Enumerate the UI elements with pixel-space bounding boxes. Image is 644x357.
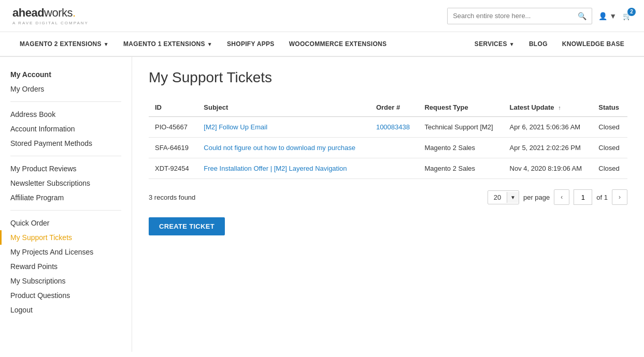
per-page-select: 20 ▼ — [488, 190, 519, 204]
sidebar-divider — [10, 101, 121, 102]
sidebar-item-my-product-reviews[interactable]: My Product Reviews — [0, 161, 132, 176]
logo-brand: aheadworks. — [12, 6, 76, 19]
sidebar-item-address-book[interactable]: Address Book — [0, 107, 132, 122]
chevron-down-icon: ▼ — [207, 41, 212, 47]
user-icon: 👤 — [598, 12, 607, 20]
cart-badge: 2 — [627, 8, 636, 16]
ticket-order-num: 100083438 — [370, 117, 419, 138]
ticket-subject-link[interactable]: [M2] Follow Up Email — [204, 123, 267, 131]
logo-sub: A RAVE DIGITAL COMPANY — [12, 21, 89, 25]
nav-magento2-extensions[interactable]: MAGENTO 2 EXTENSIONS ▼ — [12, 32, 116, 56]
sidebar-item-logout[interactable]: Logout — [0, 303, 132, 317]
page-title: My Support Tickets — [149, 69, 627, 86]
col-order-num: Order # — [370, 98, 419, 117]
ticket-id: PIO-45667 — [149, 117, 197, 138]
create-ticket-button[interactable]: Create Ticket — [149, 217, 225, 235]
sidebar-item-affiliate-program[interactable]: Affiliate Program — [0, 190, 132, 205]
main-content: My Support Tickets ID Subject Order # Re… — [132, 57, 644, 352]
content-wrapper: My AccountMy OrdersAddress BookAccount I… — [0, 57, 644, 352]
logo-text: aheadworks. — [12, 6, 89, 20]
ticket-status: Closed — [592, 158, 627, 179]
prev-page-button[interactable]: ‹ — [554, 189, 569, 205]
sidebar-item-product-questions[interactable]: Product Questions — [0, 288, 132, 303]
nav-right: SERVICES ▼ BLOG KNOWLEDGE BASE — [467, 32, 632, 56]
per-page-value: 20 — [488, 191, 507, 204]
sidebar-item-my-subscriptions[interactable]: My Subscriptions — [0, 274, 132, 288]
col-request-type: Request Type — [418, 98, 503, 117]
sidebar-item-quick-order[interactable]: Quick Order — [0, 216, 132, 230]
sidebar-item-account-information[interactable]: Account Information — [0, 122, 132, 136]
sidebar-divider — [10, 156, 121, 156]
ticket-status: Closed — [592, 117, 627, 138]
sidebar-item-my-projects-licenses[interactable]: My Projects And Licenses — [0, 245, 132, 259]
ticket-subject: [M2] Follow Up Email — [197, 117, 370, 138]
col-subject: Subject — [197, 98, 370, 117]
sidebar-divider — [10, 210, 121, 211]
nav-knowledge-base[interactable]: KNOWLEDGE BASE — [555, 32, 632, 56]
col-status: Status — [592, 98, 627, 117]
nav-services[interactable]: SERVICES ▼ — [467, 32, 522, 56]
ticket-latest-update: Nov 4, 2020 8:19:06 AM — [504, 158, 593, 179]
ticket-subject: Could not figure out how to download my … — [197, 138, 370, 158]
ticket-subject: Free Installation Offer | [M2] Layered N… — [197, 158, 370, 179]
user-account-icon[interactable]: 👤 ▼ — [598, 12, 617, 20]
ticket-latest-update: Apr 5, 2021 2:02:26 PM — [504, 138, 593, 158]
nav-shopify-apps[interactable]: SHOPIFY APPS — [220, 32, 282, 56]
sidebar-item-my-orders[interactable]: My Orders — [0, 82, 132, 96]
search-box: 🔍 — [447, 8, 592, 24]
ticket-subject-link[interactable]: Could not figure out how to download my … — [204, 144, 355, 152]
nav-blog[interactable]: BLOG — [522, 32, 555, 56]
col-id: ID — [149, 98, 197, 117]
tickets-tbody: PIO-45667[M2] Follow Up Email100083438Te… — [149, 117, 627, 179]
nav-magento1-extensions[interactable]: MAGENTO 1 EXTENSIONS ▼ — [116, 32, 220, 56]
table-row: XDT-92454Free Installation Offer | [M2] … — [149, 158, 627, 179]
records-found: 3 records found — [149, 194, 195, 201]
nav-left: MAGENTO 2 EXTENSIONS ▼ MAGENTO 1 EXTENSI… — [12, 32, 467, 56]
chevron-down-icon: ▼ — [509, 41, 514, 47]
nav-woocommerce-extensions[interactable]: WOOCOMMERCE EXTENSIONS — [282, 32, 394, 56]
cart-icon-area[interactable]: 🛒 2 — [623, 12, 632, 20]
header: aheadworks. A RAVE DIGITAL COMPANY 🔍 👤 ▼… — [0, 0, 644, 32]
search-input[interactable] — [448, 8, 573, 23]
per-page-dropdown[interactable]: ▼ — [507, 192, 519, 203]
sidebar: My AccountMy OrdersAddress BookAccount I… — [0, 57, 132, 352]
ticket-order-num — [370, 158, 419, 179]
ticket-request-type: Technical Support [M2] — [418, 117, 503, 138]
sidebar-item-my-account[interactable]: My Account — [0, 67, 132, 82]
page-input[interactable] — [574, 189, 592, 205]
sidebar-item-stored-payment-methods[interactable]: Stored Payment Methods — [0, 136, 132, 151]
ticket-status: Closed — [592, 138, 627, 158]
col-latest-update[interactable]: Latest Update ↑ — [504, 98, 593, 117]
ticket-request-type: Magento 2 Sales — [418, 158, 503, 179]
ticket-subject-link[interactable]: Free Installation Offer | [M2] Layered N… — [204, 165, 347, 172]
pagination-area: 20 ▼ per page ‹ of 1 › — [488, 189, 627, 205]
logo: aheadworks. A RAVE DIGITAL COMPANY — [12, 6, 89, 25]
user-chevron-icon: ▼ — [609, 12, 617, 20]
header-right: 🔍 👤 ▼ 🛒 2 — [447, 8, 632, 24]
sidebar-item-newsletter-subscriptions[interactable]: Newsletter Subscriptions — [0, 176, 132, 190]
per-page-label: per page — [523, 194, 550, 201]
ticket-id: SFA-64619 — [149, 138, 197, 158]
of-total-label: of 1 — [596, 194, 608, 201]
ticket-order-link[interactable]: 100083438 — [376, 123, 410, 131]
total-pages: 1 — [604, 194, 608, 201]
next-page-button[interactable]: › — [612, 189, 627, 205]
table-header: ID Subject Order # Request Type Latest U… — [149, 98, 627, 117]
ticket-id: XDT-92454 — [149, 158, 197, 179]
sort-icon: ↑ — [558, 105, 561, 111]
table-row: PIO-45667[M2] Follow Up Email100083438Te… — [149, 117, 627, 138]
main-nav: MAGENTO 2 EXTENSIONS ▼ MAGENTO 1 EXTENSI… — [0, 32, 644, 57]
table-footer: 3 records found 20 ▼ per page ‹ of 1 › — [149, 189, 627, 205]
ticket-latest-update: Apr 6, 2021 5:06:36 AM — [504, 117, 593, 138]
tickets-table: ID Subject Order # Request Type Latest U… — [149, 98, 627, 179]
table-row: SFA-64619Could not figure out how to dow… — [149, 138, 627, 158]
sidebar-item-my-support-tickets[interactable]: My Support Tickets — [0, 230, 132, 245]
chevron-down-icon: ▼ — [104, 41, 109, 47]
sidebar-item-reward-points[interactable]: Reward Points — [0, 259, 132, 274]
search-button[interactable]: 🔍 — [573, 8, 592, 24]
ticket-request-type: Magento 2 Sales — [418, 138, 503, 158]
ticket-order-num — [370, 138, 419, 158]
